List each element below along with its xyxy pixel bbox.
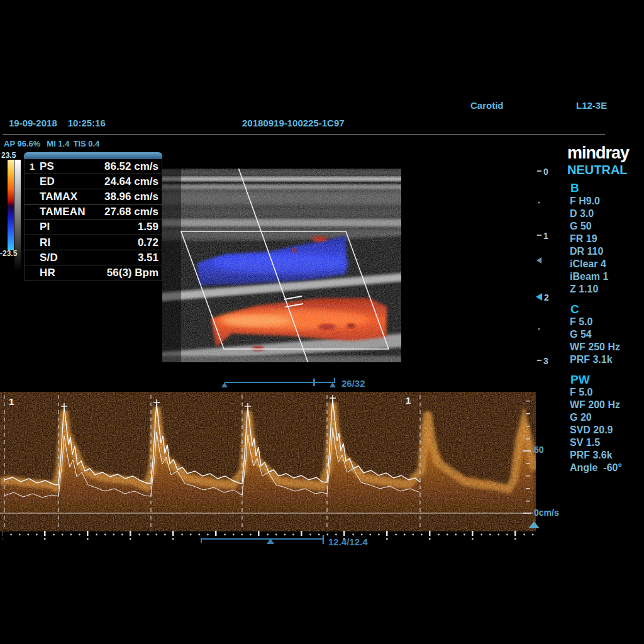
gray-map-state: NEUTRAL [567,163,628,177]
param-b-iclear: iClear 4 [570,258,606,270]
time-interval-bracket [200,535,332,547]
panel-body: 1 PS86.52 cm/s ED24.64 cm/s TAMAX38.96 c… [24,159,162,281]
measurement-row: TAMEAN27.68 cm/s [25,204,162,219]
param-pw-wallfilter: WF 200 Hz [570,399,620,411]
measurement-row: S/D3.51 [25,250,162,265]
cursor-id-label: 1 [30,161,35,172]
depth-3-label: 3 [543,356,548,366]
param-c-frequency: F 5.0 [570,316,592,328]
color-doppler-bar [8,160,14,250]
mindray-logo: mindray [567,143,629,163]
param-b-framerate: FR 19 [570,233,597,245]
tis-value: TIS 0.4 [73,139,99,148]
mi-value: MI 1.4 [47,139,69,148]
depth-2-label: 2 [544,292,549,303]
time-interval-value: 12.4/12.4 [328,536,368,547]
focus-marker-icon [536,257,541,264]
cine-frame-ruler [221,377,341,389]
b-mode-section-title: B [570,181,579,195]
velocity-scale-50-label: 50 [534,445,544,455]
depth-1-label: 1 [543,231,548,241]
param-pw-angle: Angle -60° [570,462,622,474]
param-b-ibeam: iBeam 1 [570,271,608,282]
param-pw-gain: G 20 [570,412,592,423]
param-c-prf: PRF 3.1k [570,354,613,365]
cine-position-tick [313,379,315,386]
ap-value: AP 96.6% [4,139,40,148]
panel-header-bar [24,152,162,159]
measurement-row: RI0.72 [25,235,162,250]
param-c-wallfilter: WF 250 Hz [570,341,620,353]
pw-section-title: PW [570,373,590,387]
speckle-texture [162,169,401,362]
datetime: 19-09-2018 10:25:16 [9,118,106,128]
sweep-position-marker-icon [528,521,540,528]
cine-right-marker-icon [330,382,336,387]
param-pw-svdepth: SVD 20.9 [570,425,613,436]
depth-0-label: 0 [543,167,548,177]
acoustic-output-status: AP 96.6% MI 1.4 TIS 0.4 [4,139,99,148]
depth-ruler: 0 1 2 3 [536,165,555,367]
cycle-end-label: 1 [406,395,411,406]
cine-frame-count: 26/32 [341,378,365,389]
measurement-row: TAMAX38.96 cm/s [25,189,162,204]
spectral-doppler-display [0,392,536,531]
gate-depth-marker-icon [536,293,542,301]
cycle-start-label: 1 [9,396,14,407]
velocity-scale-0-label: 0cm/s [534,508,559,518]
exam-preset: Carotid [470,100,504,111]
param-b-depth: D 3.0 [570,208,594,219]
exam-time: 10:25:16 [68,118,106,128]
measurement-row: ED24.64 cm/s [25,174,162,189]
param-pw-svsize: SV 1.5 [570,437,600,448]
measurement-row: 1 PS86.52 cm/s [25,159,162,174]
ultrasound-screen: Carotid L12-3E 19-09-2018 10:25:16 20180… [0,0,644,644]
measurement-row: PI1.59 [25,219,162,235]
spectral-baseline [0,513,533,513]
exam-date: 19-09-2018 [9,118,57,128]
measurement-row: HR56(3) Bpm [25,265,162,280]
param-c-gain: G 54 [570,329,592,340]
probe-model: L12-3E [576,100,607,111]
param-b-dynamicrange: DR 110 [570,246,603,257]
color-scale-min: -23.5 [0,249,17,258]
param-b-zoom: Z 1.10 [570,284,598,295]
param-b-frequency: F H9.0 [570,196,600,207]
param-pw-frequency: F 5.0 [570,387,592,398]
header-divider [3,134,605,135]
color-scale-max: 23.5 [1,151,16,160]
color-section-title: C [570,303,579,316]
exam-id: 20180919-100225-1C97 [242,118,345,128]
measurement-panel: 1 PS86.52 cm/s ED24.64 cm/s TAMAX38.96 c… [24,152,162,281]
cine-left-marker-icon [221,382,228,387]
b-mode-image [162,169,401,362]
param-pw-prf: PRF 3.6k [570,450,613,461]
param-b-gain: G 50 [570,221,592,232]
